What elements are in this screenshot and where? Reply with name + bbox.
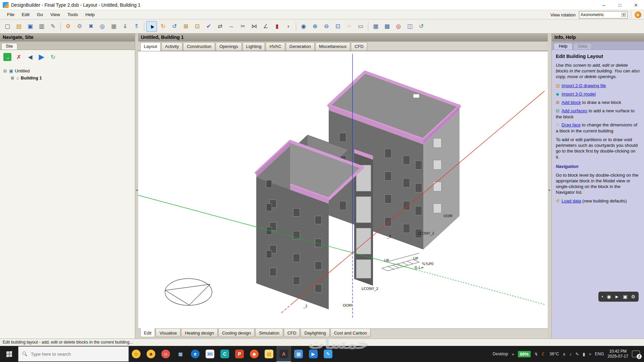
right-splitter[interactable]: ▸ [548,34,551,339]
load-data-link[interactable]: Load data [561,198,581,203]
edge-browser[interactable]: e [188,346,203,362]
check-model-icon[interactable]: ✔ [203,21,214,32]
chevrons-icon[interactable]: » [512,352,514,357]
orbit-view-icon[interactable]: ↺ [169,21,180,32]
clock[interactable]: 10:42 PM 2025-07-17 [608,349,628,359]
copy-model-icon[interactable]: ▦ [108,21,119,32]
import-2d-link[interactable]: Import 2-D drawing file [561,83,606,88]
temperature-label[interactable]: 36°C [549,352,559,356]
report-grid-icon[interactable]: ▩ [382,21,392,32]
calculator-app[interactable]: ▦ [291,346,306,362]
image-icon[interactable]: ▣ [623,294,627,300]
screen-tab-cost-and-carbon[interactable]: Cost and Carbon [330,329,371,337]
emoji-party[interactable]: ☺ [158,346,173,362]
menu-file[interactable]: File [3,11,18,18]
menu-help[interactable]: Help [82,11,99,18]
stretch-block-icon[interactable]: ⇔ [226,21,237,32]
brave-browser[interactable]: ◆ [247,346,262,362]
tab-lighting[interactable]: Lighting [243,42,265,51]
help-tab-help[interactable]: Help [554,43,573,50]
menu-view[interactable]: View [47,11,64,18]
select-arrow-icon[interactable]: ► [146,21,157,32]
drag-face-link[interactable]: Drag face [561,122,581,127]
collapse-left-icon[interactable]: ◂ [135,183,138,196]
tab-construction[interactable]: Construction [183,42,215,51]
chevron-up-icon[interactable]: ∧ [562,352,566,357]
back-icon[interactable]: ◀ [26,53,34,61]
screen-tab-edit[interactable]: Edit [140,328,155,337]
left-splitter[interactable]: ◂ [135,34,138,339]
search-input[interactable] [30,351,115,357]
view-rotation-dropdown[interactable]: Axonometric ▾ [579,11,628,18]
tab-miscellaneous[interactable]: Miscellaneous [315,42,350,51]
power-plug-icon[interactable]: ↯ [534,352,538,357]
screen-tab-daylighting[interactable]: Daylighting [301,329,329,337]
paint-app[interactable]: ✎ [321,346,335,362]
tab-activity[interactable]: Activity [161,42,182,51]
tab-hvac[interactable]: HVAC [266,42,285,51]
comment-tool-icon[interactable]: ◗ [283,21,294,32]
tab-openings[interactable]: Openings [216,42,242,51]
print-icon[interactable]: ▥ [36,21,47,32]
code-app[interactable]: C [217,346,232,362]
tree-item-site[interactable]: ⊟ ▣ Untitled [3,67,131,74]
find-tool-icon[interactable]: ◎ [393,21,404,32]
zoom-window-icon[interactable]: ⊡ [332,21,343,32]
desktop-label[interactable]: Desktop [493,352,508,356]
screen-tab-cooling-design[interactable]: Cooling design [218,329,255,337]
screen-tab-simulation[interactable]: Simulation [255,329,283,337]
find-navigator-icon[interactable]: ◎ [97,21,108,32]
paint-tool-icon[interactable]: ▮ [272,21,282,32]
model-options-icon[interactable]: ⚙ [63,21,73,32]
fit-view-icon[interactable]: ▭ [355,21,366,32]
tab-layout[interactable]: Layout [140,42,161,51]
minimize-button[interactable]: ─ [596,0,612,10]
collapse-right-icon[interactable]: ▸ [548,183,551,196]
tab-cfd[interactable]: CFD [351,42,367,51]
merge-block-icon[interactable]: ⋈ [249,21,260,32]
pan-view-icon[interactable]: ☞ [344,21,355,32]
taskbar-search[interactable] [18,346,129,362]
refresh-tool-icon[interactable]: ↺ [416,21,427,32]
cut-block-icon[interactable]: ✂ [237,21,248,32]
battery-status[interactable]: 89% [518,351,531,357]
zoom-in-icon[interactable]: ⊕ [310,21,320,32]
screen-tab-heating-design[interactable]: Heating design [181,329,218,337]
volume-icon[interactable]: ♪ [570,352,572,357]
add-block-link[interactable]: Add block [561,100,581,105]
weather-icon[interactable]: ☾ [542,351,546,357]
screen-tab-visualise[interactable]: Visualise [156,329,180,337]
building-front-block[interactable] [256,141,363,309]
add-block-icon[interactable]: ⊞ [180,21,191,32]
measure-tool-icon[interactable]: ∠ [260,21,271,32]
menu-tools[interactable]: Tools [64,11,82,18]
new-file-icon[interactable]: ▢ [2,21,13,32]
export-model-icon[interactable]: ⇑ [131,21,142,32]
forward-icon[interactable]: ▶ [38,53,46,61]
screen-tab-cfd[interactable]: CFD [284,329,300,337]
model-canvas[interactable]: OOMLCONY_2_3UPUP%%P0G.L=LCONY_2OOM_2 [138,51,548,328]
rotate-view-icon[interactable]: ↻ [158,21,168,32]
calendar-app[interactable]: 321 [203,346,217,362]
model-3d-view[interactable]: OOMLCONY_2_3UPUP%%P0G.L=LCONY_2OOM_2 [138,51,548,328]
move-block-icon[interactable]: ⇄ [215,21,225,32]
zoom-extents-icon[interactable]: ◉ [298,21,309,32]
maximize-button[interactable]: □ [612,0,628,10]
network-icon[interactable]: ≈ [589,352,591,357]
task-view[interactable]: ▦ [173,346,188,362]
menu-edit[interactable]: Edit [18,11,33,18]
collapse-icon[interactable]: ⊟ [3,69,7,73]
clone-block-icon[interactable]: ⊡ [192,21,203,32]
tree-item-building[interactable]: ⊞ ⌂ Building 1 [3,74,131,81]
video-icon[interactable]: ► [614,294,619,300]
media-app[interactable]: ▶ [306,346,321,362]
close-button[interactable]: ✕ [628,0,644,10]
tab-generation[interactable]: Generation [286,42,315,51]
settings-icon[interactable]: ⚙ [631,294,635,300]
menu-go[interactable]: Go [33,11,47,18]
import-site-icon[interactable]: → [3,53,11,61]
zoom-out-icon[interactable]: ⊖ [321,21,332,32]
program-options-icon[interactable]: ⚙ [74,21,85,32]
expand-icon[interactable]: ⊞ [11,76,15,80]
save-file-icon[interactable]: ▣ [25,21,36,32]
